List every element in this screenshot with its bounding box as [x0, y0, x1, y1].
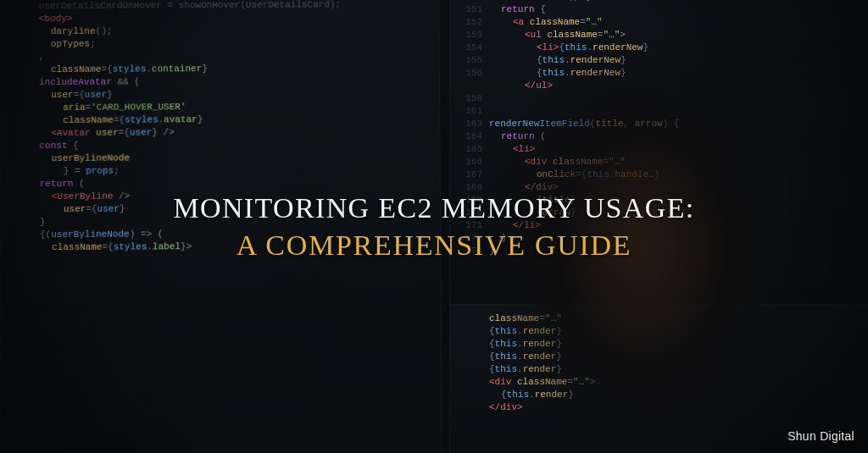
line-number — [8, 127, 32, 140]
code-line: {this.render} — [459, 363, 868, 376]
code-line: className="…" — [459, 312, 868, 325]
code-line: <div className="…"> — [459, 376, 868, 389]
line-number — [8, 114, 32, 127]
line-number: 164 — [459, 130, 482, 143]
line-number — [8, 51, 32, 64]
code-content: <Avatar user={user} /> — [39, 126, 174, 140]
code-content: opTypes; — [39, 38, 96, 51]
code-content: , — [39, 51, 45, 64]
line-number: 163 — [459, 118, 482, 130]
line-number — [9, 203, 33, 216]
line-number: 152 — [459, 16, 482, 29]
line-number — [459, 325, 482, 338]
line-number — [459, 80, 482, 92]
line-number — [9, 152, 33, 165]
line-number: 165 — [459, 143, 482, 156]
code-content: renderNewItemField(title, arrow) { — [489, 118, 679, 130]
code-content: } — [40, 216, 46, 229]
code-content: userDetailsCardOnHover = showOnHover(Use… — [39, 0, 342, 13]
code-content: </div> — [489, 401, 523, 414]
code-content: <div className="…" — [489, 156, 626, 168]
code-line: 167onClick={this.handle…} — [459, 168, 868, 181]
code-line: 166<div className="…" — [459, 156, 868, 168]
code-content: const { — [39, 140, 78, 152]
code-content: className={styles.avatar} — [39, 113, 203, 127]
line-number: 155 — [459, 54, 482, 67]
code-line: {this.render} — [459, 389, 868, 401]
line-number — [8, 38, 32, 51]
code-content: daryline(); — [39, 25, 113, 38]
code-content: </ul> — [489, 80, 553, 92]
code-content: onClick={this.handle…} — [489, 168, 659, 181]
title-block: MONITORING EC2 MEMORY USAGE: A COMPREHEN… — [70, 192, 798, 262]
code-line: 155{this.renderNew} — [459, 54, 868, 67]
code-line: {this.render} — [459, 338, 868, 351]
code-line: 151return { — [459, 3, 868, 16]
code-content: aria='CARD_HOVER_USER' — [39, 101, 186, 114]
line-number: 151 — [459, 3, 482, 16]
code-content: className="…" — [489, 312, 562, 325]
code-content: {this.renderNew} — [489, 54, 626, 67]
line-number — [8, 140, 32, 152]
line-number — [8, 89, 32, 102]
title-line-1: MONITORING EC2 MEMORY USAGE: — [70, 192, 798, 224]
code-content: {this.render} — [489, 363, 562, 376]
line-number: 166 — [459, 156, 482, 168]
code-line: 158 — [459, 92, 868, 105]
code-content: {this.render} — [489, 389, 574, 401]
line-number — [8, 13, 32, 25]
code-content: <body> — [39, 13, 73, 25]
code-line: 153<ul className="…"> — [459, 29, 868, 41]
line-number — [459, 401, 482, 414]
line-number — [459, 312, 482, 325]
code-content: className={styles.container} — [39, 63, 208, 76]
code-content: user={user} — [39, 89, 113, 102]
code-content: <li>{this.renderNew} — [489, 41, 648, 54]
code-content: } = props; — [40, 165, 120, 178]
line-number: 153 — [459, 29, 482, 41]
line-number — [459, 363, 482, 376]
title-line-2: A COMPREHENSIVE GUIDE — [70, 229, 798, 262]
line-number: 167 — [459, 168, 482, 181]
line-number: 156 — [459, 67, 482, 80]
line-number — [459, 389, 482, 401]
line-number — [459, 338, 482, 351]
code-content: return ( — [489, 130, 546, 143]
code-line: 165<li> — [459, 143, 868, 156]
code-line: 152<a className="…" — [459, 16, 868, 29]
line-number: 161 — [459, 105, 482, 118]
line-number — [8, 64, 32, 76]
line-number — [9, 191, 33, 203]
code-line: {this.render} — [459, 351, 868, 363]
code-content: {this.render} — [489, 325, 562, 338]
line-number — [459, 376, 482, 389]
code-line: 164return ( — [459, 130, 868, 143]
line-number — [9, 165, 33, 178]
code-content: <div className="…"> — [489, 376, 595, 389]
code-content: <li> — [489, 143, 535, 156]
code-line: 154<li>{this.renderNew} — [459, 41, 868, 54]
code-content: includeAvatar && ( — [39, 75, 140, 89]
line-number: 158 — [459, 92, 482, 105]
line-number — [9, 241, 33, 254]
line-number — [459, 351, 482, 363]
code-content: userBylineNode — [40, 152, 130, 166]
line-number — [9, 178, 33, 191]
line-number — [9, 216, 33, 229]
line-number — [8, 0, 32, 13]
code-line: 156{this.renderNew} — [459, 67, 868, 80]
line-number — [8, 25, 32, 38]
code-line: {this.render} — [459, 325, 868, 338]
code-content: <a className="…" — [489, 16, 603, 29]
line-number — [8, 76, 32, 89]
code-content: {this.render} — [489, 351, 562, 363]
code-line: </ul> — [459, 80, 868, 92]
code-content: {this.renderNew} — [489, 67, 626, 80]
line-number: 154 — [459, 41, 482, 54]
hero-image: userDetailsCardOnHover = showOnHover(Use… — [0, 0, 868, 453]
code-line: </div> — [459, 401, 868, 414]
code-content: return { — [489, 3, 546, 16]
code-content: <ul className="…"> — [489, 29, 626, 41]
line-number — [9, 229, 33, 241]
line-number — [8, 102, 32, 114]
